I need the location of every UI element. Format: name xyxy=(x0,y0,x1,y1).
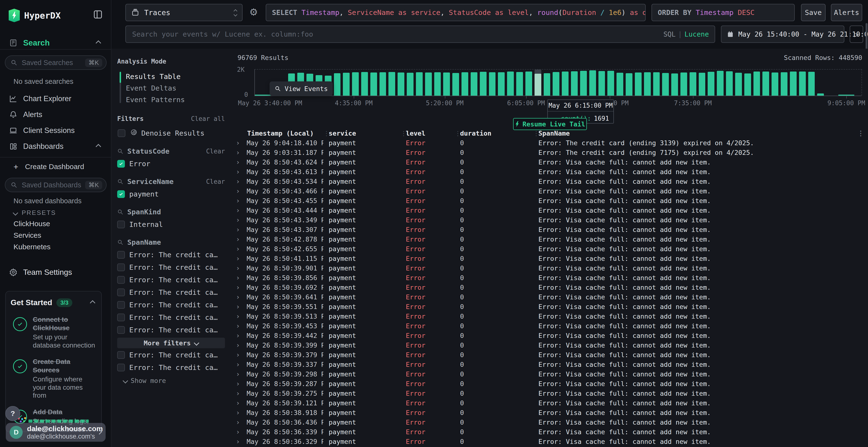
presets-toggle[interactable]: PRESETS xyxy=(13,209,56,216)
more-filters-button[interactable]: More filters xyxy=(117,338,225,348)
table-row[interactable]: ›May 26 8:50:39.453 PMpaymentError0Error… xyxy=(231,321,868,331)
histogram-bar[interactable] xyxy=(617,70,623,96)
clear-filter-button[interactable]: Clear xyxy=(206,178,225,185)
sidebar-item-dashboards[interactable]: Dashboards xyxy=(0,141,111,152)
row-expand-icon[interactable]: › xyxy=(231,168,241,176)
histogram-bar[interactable] xyxy=(416,70,423,96)
histogram-bar[interactable] xyxy=(544,70,551,96)
search-icon[interactable] xyxy=(117,239,123,245)
chevron-up-icon[interactable] xyxy=(96,40,100,45)
table-row[interactable]: ›May 26 8:50:39.298 PMpaymentError0Error… xyxy=(231,369,868,379)
clear-all-button[interactable]: Clear all xyxy=(191,115,225,122)
histogram-bar[interactable] xyxy=(471,70,477,96)
sidebar-item-kubernetes[interactable]: Kubernetes xyxy=(13,243,51,251)
row-expand-icon[interactable]: › xyxy=(231,428,241,436)
histogram-bar[interactable] xyxy=(489,70,496,96)
row-expand-icon[interactable]: › xyxy=(231,409,241,417)
sql-select-input[interactable]: SELECT Timestamp, ServiceName as service… xyxy=(266,4,646,21)
checkbox-checked[interactable] xyxy=(117,160,125,168)
checkbox-unchecked[interactable] xyxy=(117,326,125,334)
row-expand-icon[interactable]: › xyxy=(231,303,241,311)
sidebar-item-alerts[interactable]: Alerts xyxy=(0,109,111,121)
table-row[interactable]: ›May 26 8:50:39.692 PMpaymentError0Error… xyxy=(231,282,868,292)
checkbox-unchecked[interactable] xyxy=(117,276,125,284)
filter-option[interactable]: Internal xyxy=(117,220,225,229)
histogram-bar[interactable] xyxy=(425,70,432,96)
histogram-bar[interactable] xyxy=(790,70,797,96)
filter-option[interactable]: Error xyxy=(117,160,225,168)
filter-option[interactable]: Error: The credit card … xyxy=(117,288,225,297)
filter-option[interactable]: Error: The credit card … xyxy=(117,313,225,321)
row-expand-icon[interactable]: › xyxy=(231,245,241,253)
table-row[interactable]: ›May 26 8:50:42.878 PMpaymentError0Error… xyxy=(231,234,868,244)
row-expand-icon[interactable]: › xyxy=(231,418,241,426)
histogram-bar[interactable] xyxy=(443,70,450,96)
search-icon[interactable] xyxy=(117,148,123,154)
saved-dashboards-input[interactable] xyxy=(21,181,83,189)
events-histogram[interactable]: May 26 3:40:00 PM4:35:00 PM5:20:00 PM6:0… xyxy=(254,69,862,96)
histogram-bar[interactable] xyxy=(534,70,541,96)
checkbox-unchecked[interactable] xyxy=(117,220,125,228)
row-expand-icon[interactable]: › xyxy=(231,235,241,243)
show-more-button[interactable]: Show more xyxy=(123,377,225,384)
histogram-bar[interactable] xyxy=(744,70,751,96)
histogram-bar[interactable] xyxy=(781,70,787,96)
query-language-toggle[interactable]: SQL|Lucene xyxy=(663,30,709,38)
filter-option[interactable]: Error: The credit card … xyxy=(117,251,225,259)
row-expand-icon[interactable]: › xyxy=(231,177,241,185)
chevron-up-icon[interactable] xyxy=(91,300,94,305)
checkbox-unchecked[interactable] xyxy=(117,351,125,359)
histogram-bar[interactable] xyxy=(607,70,614,96)
row-expand-icon[interactable]: › xyxy=(231,187,241,195)
clear-filter-button[interactable]: Clear xyxy=(206,148,225,155)
row-expand-icon[interactable]: › xyxy=(231,264,241,272)
histogram-bar[interactable] xyxy=(571,70,578,96)
get-started-step[interactable]: Create Data Sources Configure where your… xyxy=(10,357,96,400)
time-range-picker[interactable]: May 26 15:40:00 - May 26 21:10:00 xyxy=(721,26,844,43)
table-row[interactable]: ›May 26 8:50:36.339 PMpaymentError0Error… xyxy=(231,427,868,437)
histogram-bar[interactable] xyxy=(817,70,824,96)
row-expand-icon[interactable]: › xyxy=(231,341,241,349)
table-row[interactable]: ›May 26 8:50:39.856 PMpaymentError0Error… xyxy=(231,273,868,282)
event-search-bar[interactable]: SQL|Lucene xyxy=(125,26,715,43)
row-expand-icon[interactable]: › xyxy=(231,380,241,388)
row-expand-icon[interactable]: › xyxy=(231,360,241,369)
row-expand-icon[interactable]: › xyxy=(231,283,241,291)
table-row[interactable]: ›May 26 8:50:39.275 PMpaymentError0Error… xyxy=(231,388,868,398)
table-row[interactable]: ›May 26 8:50:39.513 PMpaymentError0Error… xyxy=(231,311,868,321)
filter-option[interactable]: Error: The credit card … xyxy=(117,364,225,372)
histogram-bar[interactable] xyxy=(653,70,660,96)
table-row[interactable]: ›May 26 8:50:39.641 PMpaymentError0Error… xyxy=(231,292,868,302)
column-header-timestamp[interactable]: Timestamp (Local) xyxy=(241,130,323,137)
row-expand-icon[interactable]: › xyxy=(231,254,241,263)
histogram-bar[interactable] xyxy=(452,70,459,96)
histogram-bar[interactable] xyxy=(562,70,568,96)
view-events-button[interactable]: View Events xyxy=(270,81,333,96)
sidebar-item-search[interactable]: Search xyxy=(0,37,111,49)
table-row[interactable]: ›May 26 8:50:39.121 PMpaymentError0Error… xyxy=(231,398,868,408)
table-row[interactable]: ›May 26 8:50:41.115 PMpaymentError0Error… xyxy=(231,253,868,263)
row-expand-icon[interactable]: › xyxy=(231,351,241,359)
table-row[interactable]: ›May 26 8:50:39.551 PMpaymentError0Error… xyxy=(231,302,868,311)
histogram-bar[interactable] xyxy=(708,70,714,96)
checkbox-unchecked[interactable] xyxy=(117,301,125,309)
table-row[interactable]: ›May 26 8:50:43.444 PMpaymentError0Error… xyxy=(231,205,868,215)
search-icon[interactable] xyxy=(117,178,123,185)
search-icon[interactable] xyxy=(117,209,123,215)
column-header-duration[interactable]: duration xyxy=(455,130,533,137)
lucene-toggle[interactable]: Lucene xyxy=(684,30,709,38)
histogram-bar[interactable] xyxy=(434,70,441,96)
histogram-bar[interactable] xyxy=(635,70,642,96)
saved-searches-input[interactable] xyxy=(21,59,83,67)
histogram-bar[interactable] xyxy=(799,70,806,96)
sidebar-collapse-icon[interactable] xyxy=(93,10,103,21)
row-expand-icon[interactable]: › xyxy=(231,226,241,234)
saved-searches-search[interactable]: ⌘K xyxy=(5,56,106,70)
row-expand-icon[interactable]: › xyxy=(231,206,241,214)
histogram-bar[interactable] xyxy=(389,70,395,96)
histogram-bar[interactable] xyxy=(662,70,669,96)
column-header-level[interactable]: level xyxy=(401,130,455,137)
event-search-input[interactable] xyxy=(132,30,663,38)
row-expand-icon[interactable]: › xyxy=(231,399,241,407)
table-row[interactable]: ›May 26 8:50:39.379 PMpaymentError0Error… xyxy=(231,350,868,359)
